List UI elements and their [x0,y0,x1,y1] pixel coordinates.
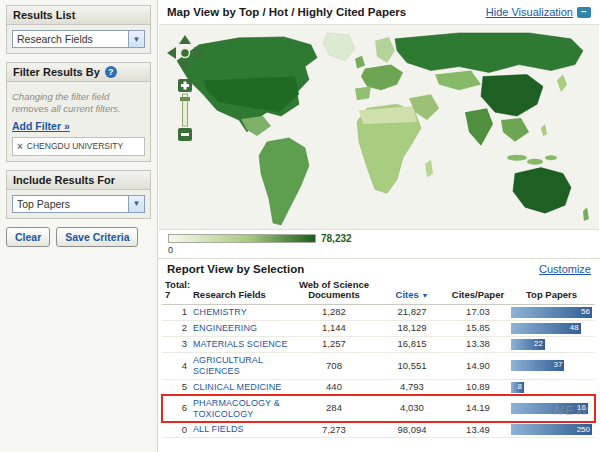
cites-value: 4,030 [376,395,448,422]
include-results-dropdown-value: Top Papers [13,198,128,210]
column-cites[interactable]: Cites ▼ [376,278,448,304]
filter-note: Changing the filter field removes all cu… [12,91,145,115]
save-criteria-button[interactable]: Save Criteria [56,227,138,247]
zoom-slider [180,94,190,126]
column-research-fields: Research Fields [190,278,292,304]
cites-per-paper-value: 15.85 [448,320,508,336]
cites-per-paper-value: 14.90 [448,352,508,379]
field-cell: CHEMISTRY [190,304,292,320]
help-icon[interactable]: ? [105,66,117,78]
table-row: 6PHARMACOLOGY & TOXICOLOGY2844,03014.191… [162,395,595,422]
research-field-link[interactable]: CLINICAL MEDICINE [193,382,281,392]
filter-title: Filter Results By [13,66,100,78]
top-papers-bar: 22 [511,339,592,350]
row-number: 6 [162,395,190,422]
wos-documents-value: 440 [292,379,376,395]
filter-panel: Filter Results By ? Changing the filter … [6,62,151,162]
top-papers-bar: 8 [511,382,592,393]
cites-sort-link[interactable]: Cites [396,289,419,300]
top-papers-value: 22 [534,340,545,349]
research-field-link[interactable]: ALL FIELDS [193,424,244,434]
sort-desc-icon: ▼ [421,292,428,299]
top-papers-value: 48 [570,324,581,333]
zoom-out-icon [178,128,192,141]
table-row: 5CLINICAL MEDICINE4404,79310.898 [162,379,595,395]
wos-documents-value: 1,144 [292,320,376,336]
row-number: 0 [162,422,190,438]
top-papers-cell: 37 [508,352,595,379]
include-results-dropdown[interactable]: Top Papers ▼ [12,195,145,213]
add-filter-link[interactable]: Add Filter » [12,120,70,132]
sidebar: Results List Research Fields ▼ Filter Re… [0,0,158,452]
top-papers-value: 8 [518,383,524,392]
map-view-title: Map View by Top / Hot / Highly Cited Pap… [167,6,406,18]
top-papers-value: 16 [577,404,588,413]
cites-value: 98,094 [376,422,448,438]
report-table-body: 1CHEMISTRY1,28221,82717.03562ENGINEERING… [162,304,595,438]
table-row: 3MATERIALS SCIENCE1,25716,81513.3822 [162,336,595,352]
report-table: Total: 7 Research Fields Web of Science … [162,278,595,438]
field-cell: PHARMACOLOGY & TOXICOLOGY [190,395,292,422]
column-top-papers: Top Papers [508,278,595,304]
top-papers-bar: 250 [511,424,592,435]
row-number: 1 [162,304,190,320]
cites-per-paper-value: 17.03 [448,304,508,320]
wos-documents-value: 284 [292,395,376,422]
top-papers-value: 37 [554,361,565,370]
total-header: Total: 7 [162,278,190,304]
wos-documents-value: 1,257 [292,336,376,352]
research-field-link[interactable]: ENGINEERING [193,323,257,333]
field-cell: MATERIALS SCIENCE [190,336,292,352]
clear-button[interactable]: Clear [6,227,50,247]
research-field-link[interactable]: AGRICULTURAL SCIENCES [193,355,263,376]
cites-value: 18,129 [376,320,448,336]
results-list-dropdown-value: Research Fields [13,33,128,45]
world-map[interactable] [159,24,599,230]
top-papers-value: 250 [577,426,592,435]
column-wos-documents: Web of Science Documents [292,278,376,304]
main-area: Map View by Top / Hot / Highly Cited Pap… [158,0,600,452]
legend-gradient-bar [168,234,316,243]
research-field-link[interactable]: CHEMISTRY [193,307,247,317]
hide-visualization-link[interactable]: Hide Visualization − [486,6,591,18]
map-legend: 78,232 0 [158,230,600,258]
top-papers-cell: 250 [508,422,595,438]
research-field-link[interactable]: MATERIALS SCIENCE [193,339,288,349]
cites-per-paper-value: 13.49 [448,422,508,438]
row-number: 5 [162,379,190,395]
top-papers-bar: 37 [511,360,592,371]
remove-filter-icon[interactable]: × [17,141,23,152]
hide-visualization-label: Hide Visualization [486,6,573,18]
top-papers-cell: 8 [508,379,595,395]
cites-per-paper-value: 13.38 [448,336,508,352]
field-cell: ENGINEERING [190,320,292,336]
results-list-dropdown[interactable]: Research Fields ▼ [12,30,145,48]
wos-documents-value: 7,273 [292,422,376,438]
chevron-down-icon: ▼ [128,31,144,47]
table-row: 0ALL FIELDS7,27398,09413.49250 [162,422,595,438]
row-number: 2 [162,320,190,336]
include-results-panel: Include Results For Top Papers ▼ [6,170,151,219]
filter-chip: × CHENGDU UNIVERSITY [17,141,140,152]
top-papers-bar: 56 [511,307,592,318]
cites-value: 10,551 [376,352,448,379]
report-view-title: Report View by Selection [167,263,304,275]
collapse-icon: − [577,7,591,18]
table-row: 4AGRICULTURAL SCIENCES70810,55114.9037 [162,352,595,379]
customize-link[interactable]: Customize [539,263,591,275]
top-papers-bar: 16 [511,403,592,414]
wos-documents-value: 708 [292,352,376,379]
zoom-in-icon [178,79,192,92]
column-cites-per-paper: Cites/Paper [448,278,508,304]
top-papers-value: 56 [581,308,592,317]
top-papers-cell: 16 [508,395,595,422]
research-field-link[interactable]: PHARMACOLOGY & TOXICOLOGY [193,398,280,419]
cites-per-paper-value: 10.89 [448,379,508,395]
chevron-down-icon: ▼ [128,196,144,212]
active-filters-box: × CHENGDU UNIVERSITY [12,137,145,156]
world-map-svg [159,25,599,229]
map-controls [166,35,204,145]
table-row: 1CHEMISTRY1,28221,82717.0356 [162,304,595,320]
page: Results List Research Fields ▼ Filter Re… [0,0,600,452]
top-papers-cell: 22 [508,336,595,352]
